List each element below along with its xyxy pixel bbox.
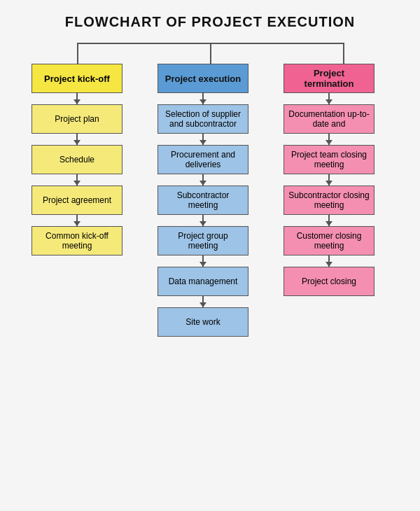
top-connector [14, 43, 406, 64]
left-item-1: Schedule [31, 145, 122, 174]
arrow-c4 [202, 215, 204, 226]
center-column: Project execution Selection of supplier … [140, 64, 266, 337]
center-item-3: Project group meeting [158, 226, 248, 255]
arrow-c1 [202, 93, 204, 104]
arrow-c2 [202, 134, 204, 145]
arrow-r2 [328, 134, 330, 145]
arrow-c3 [202, 174, 204, 186]
center-item-5: Site work [158, 307, 248, 337]
center-item-1: Procurement and deliveries [158, 145, 248, 174]
right-item-0: Documentation up-to-date and [284, 104, 374, 134]
left-item-3: Common kick-off meeting [31, 226, 122, 255]
center-header-box: Project execution [158, 64, 248, 93]
right-item-4: Project closing [284, 267, 374, 296]
center-item-2: Subcontractor meeting [158, 186, 248, 215]
arrow-r1 [328, 93, 330, 104]
arrow-c6 [202, 296, 204, 307]
arrow-4 [76, 215, 78, 226]
arrow-3 [76, 174, 78, 186]
arrow-2 [76, 134, 78, 145]
right-item-1: Project team closing meeting [284, 145, 374, 174]
left-item-0: Project plan [31, 104, 122, 134]
arrow-r4 [328, 215, 330, 226]
arrow-r3 [328, 174, 330, 186]
arrow-1 [76, 93, 78, 104]
right-column: Project termination Documentation up-to-… [266, 64, 392, 296]
arrow-r5 [328, 255, 330, 267]
right-item-3: Customer closing meeting [284, 226, 374, 255]
page-title: FLOWCHART OF PROJECT EXECUTION [65, 14, 355, 30]
center-item-0: Selection of supplier and subcontractor [158, 104, 248, 134]
left-header-box: Project kick-off [31, 64, 122, 93]
right-header-box: Project termination [284, 64, 374, 93]
left-item-2: Project agreement [31, 186, 122, 215]
center-item-4: Data management [158, 267, 248, 296]
left-column: Project kick-off Project plan Schedule P… [14, 64, 140, 255]
arrow-c5 [202, 255, 204, 267]
flowchart-container: Project kick-off Project plan Schedule P… [14, 64, 406, 337]
right-item-2: Subcontractor closing meeting [284, 186, 374, 215]
